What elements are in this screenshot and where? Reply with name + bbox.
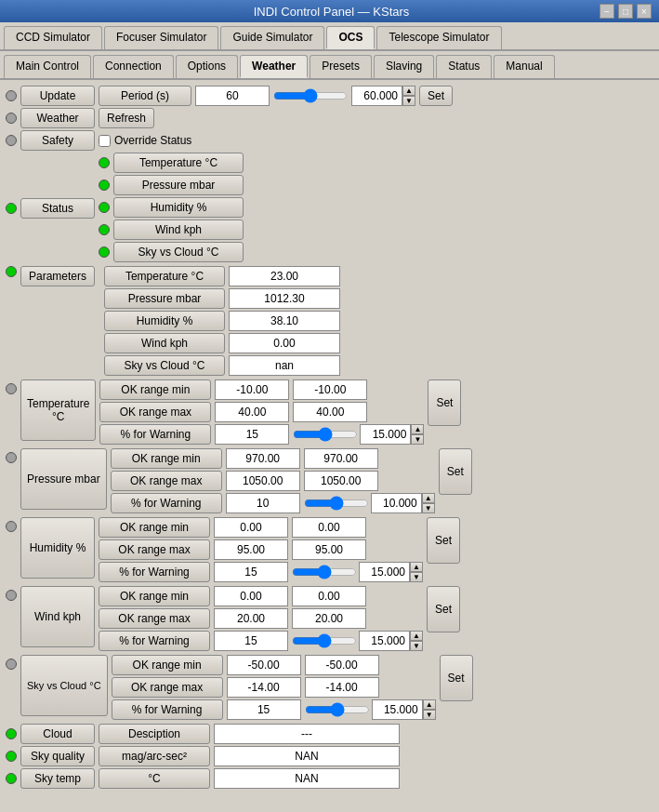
- wind-warn-slider[interactable]: [292, 633, 357, 648]
- sky-temp-value[interactable]: [214, 768, 400, 789]
- sky-okmin-value2[interactable]: [305, 655, 379, 675]
- wind-warn-down[interactable]: ▼: [410, 641, 423, 651]
- tab-slaving[interactable]: Slaving: [374, 55, 434, 78]
- temp-range-led: [6, 383, 17, 394]
- param-wind-value[interactable]: [229, 333, 340, 353]
- param-pressure-value[interactable]: [229, 288, 340, 309]
- period-spinner-down[interactable]: ▼: [402, 96, 415, 106]
- maximize-button[interactable]: □: [618, 4, 633, 19]
- pressure-okmin-row: OK range min: [111, 448, 435, 469]
- sky-warn-slider[interactable]: [305, 702, 370, 717]
- wind-warn-up[interactable]: ▲: [410, 631, 423, 641]
- humidity-warn-row: % for Warning ▲ ▼: [99, 562, 423, 582]
- wind-okmin-row: OK range min: [99, 586, 423, 606]
- humidity-okmin-input[interactable]: [214, 517, 288, 538]
- tab-presets[interactable]: Presets: [310, 55, 372, 78]
- sky-okmax-label: OK range max: [112, 677, 223, 698]
- temp-warn-input[interactable]: [215, 424, 289, 445]
- period-slider[interactable]: [273, 88, 348, 103]
- wind-warn-spinner[interactable]: [359, 631, 410, 651]
- sky-warn-down[interactable]: ▼: [423, 710, 436, 720]
- wind-okmin-input[interactable]: [214, 586, 288, 606]
- temp-warn-slider[interactable]: [293, 427, 358, 442]
- sky-warn-up[interactable]: ▲: [423, 699, 436, 710]
- wind-okmin-value2[interactable]: [292, 586, 366, 606]
- sky-quality-value[interactable]: [214, 746, 400, 766]
- sky-okmax-value2[interactable]: [305, 677, 379, 698]
- temp-okmin-input[interactable]: [215, 379, 289, 400]
- temp-warn-up[interactable]: ▲: [411, 424, 424, 434]
- tab-weather[interactable]: Weather: [240, 55, 308, 78]
- humidity-warn-up[interactable]: ▲: [410, 562, 423, 572]
- update-set-button[interactable]: Set: [419, 86, 453, 106]
- tab-manual[interactable]: Manual: [494, 55, 554, 78]
- temp-okmax-value2[interactable]: [293, 402, 367, 422]
- pressure-okmin-input[interactable]: [226, 448, 300, 469]
- temp-warn-down[interactable]: ▼: [411, 434, 424, 445]
- wind-okmax-value2[interactable]: [292, 608, 366, 629]
- temp-okmin-value2[interactable]: [293, 379, 367, 400]
- wind-set-button[interactable]: Set: [427, 586, 460, 632]
- wind-okmax-input[interactable]: [214, 608, 288, 629]
- sky-okmax-input[interactable]: [227, 677, 301, 698]
- refresh-button[interactable]: Refresh: [99, 108, 154, 128]
- temp-warn-spinner[interactable]: [360, 424, 411, 445]
- humidity-okmin-value2[interactable]: [292, 517, 366, 538]
- humidity-set-button[interactable]: Set: [427, 517, 460, 564]
- status-wind-label: Wind kph: [113, 220, 244, 240]
- close-button[interactable]: ×: [637, 4, 652, 19]
- humidity-okmax-label: OK range max: [99, 539, 210, 560]
- humidity-warn-input[interactable]: [214, 562, 288, 582]
- tab-telescope-simulator[interactable]: Telescope Simulator: [376, 26, 501, 49]
- sky-warn-spinner[interactable]: [372, 699, 423, 720]
- param-temp-value[interactable]: [229, 266, 340, 286]
- period-spinner-input[interactable]: [351, 86, 402, 106]
- tab-main-control[interactable]: Main Control: [4, 55, 91, 78]
- tab-status[interactable]: Status: [436, 55, 492, 78]
- pressure-okmax-value2[interactable]: [304, 471, 378, 491]
- humidity-range-label: Humidity %: [20, 517, 95, 579]
- pressure-set-button[interactable]: Set: [439, 448, 472, 495]
- tab-connection[interactable]: Connection: [93, 55, 174, 78]
- period-spinner-up[interactable]: ▲: [402, 86, 415, 96]
- pressure-okmax-input[interactable]: [226, 471, 300, 491]
- humidity-warn-spinner[interactable]: [359, 562, 410, 582]
- safety-label: Safety: [20, 130, 95, 151]
- override-label[interactable]: Override Status: [99, 134, 191, 147]
- tab-options[interactable]: Options: [176, 55, 238, 78]
- sky-warn-input[interactable]: [227, 699, 301, 720]
- tab-ocs[interactable]: OCS: [326, 26, 375, 49]
- pressure-okmin-value2[interactable]: [304, 448, 378, 469]
- period-input[interactable]: [195, 86, 270, 106]
- status-item-sky: Sky vs Cloud °C: [99, 242, 244, 262]
- humidity-warn-slider[interactable]: [292, 565, 357, 579]
- param-items: Temperature °C Pressure mbar Humidity % …: [99, 266, 340, 378]
- pressure-warn-spinner[interactable]: [371, 493, 422, 513]
- override-checkbox[interactable]: [99, 135, 111, 147]
- sky-temp-unit-label: °C: [99, 768, 210, 789]
- humidity-okmax-value2[interactable]: [292, 539, 366, 560]
- param-sky-value[interactable]: [229, 355, 340, 376]
- humidity-okmax-input[interactable]: [214, 539, 288, 560]
- tab-ccd-simulator[interactable]: CCD Simulator: [4, 26, 102, 49]
- tab-focuser-simulator[interactable]: Focuser Simulator: [104, 26, 218, 49]
- minimize-button[interactable]: −: [600, 4, 614, 19]
- pressure-warn-input[interactable]: [226, 493, 300, 513]
- tab-guide-simulator[interactable]: Guide Simulator: [220, 26, 324, 49]
- pressure-warn-row: % for Warning ▲ ▼: [111, 493, 435, 513]
- pressure-warn-up[interactable]: ▲: [422, 493, 435, 503]
- temp-okmax-input[interactable]: [215, 402, 289, 422]
- weather-led: [6, 113, 17, 124]
- temp-warn-label: % for Warning: [99, 424, 211, 445]
- humidity-warn-down[interactable]: ▼: [410, 572, 423, 582]
- pressure-warn-slider[interactable]: [304, 496, 369, 511]
- sky-set-button[interactable]: Set: [440, 655, 473, 701]
- temp-set-button[interactable]: Set: [428, 379, 461, 426]
- pressure-warn-down[interactable]: ▼: [422, 503, 435, 513]
- cloud-desc-value[interactable]: [214, 724, 400, 744]
- sky-okmin-input[interactable]: [227, 655, 301, 675]
- sky-warn-label: % for Warning: [112, 699, 223, 720]
- wind-warn-input[interactable]: [214, 631, 288, 651]
- param-humidity-value[interactable]: [229, 311, 340, 331]
- pressure-okmax-label: OK range max: [111, 471, 222, 491]
